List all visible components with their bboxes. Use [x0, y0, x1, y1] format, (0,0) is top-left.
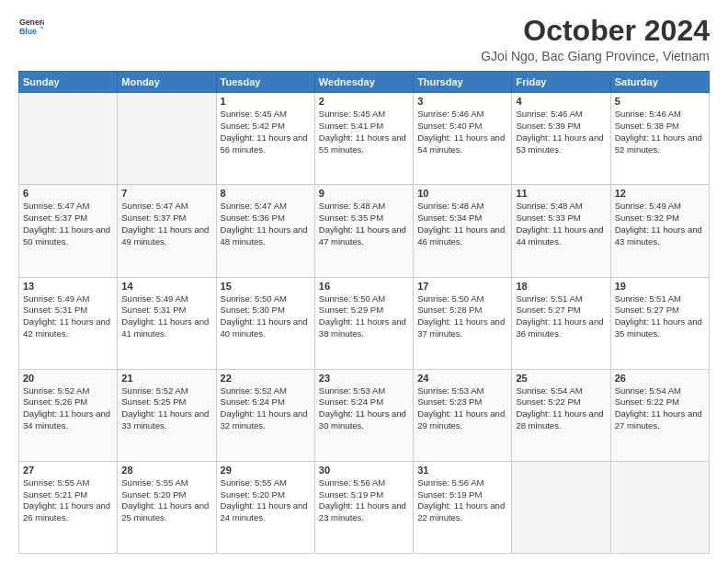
cell-info-line: Sunrise: 5:56 AM — [319, 477, 409, 489]
day-number: 26 — [615, 373, 705, 384]
cell-info-line: Sunset: 5:25 PM — [121, 396, 211, 408]
cell-info-line: Sunrise: 5:46 AM — [615, 109, 705, 121]
calendar-cell: 28Sunrise: 5:55 AMSunset: 5:20 PMDayligh… — [118, 461, 216, 553]
cell-info-line: Sunset: 5:19 PM — [319, 489, 409, 501]
calendar-cell: 29Sunrise: 5:55 AMSunset: 5:20 PMDayligh… — [216, 461, 314, 553]
day-number: 8 — [221, 188, 311, 199]
day-number: 3 — [417, 96, 507, 107]
calendar-cell: 31Sunrise: 5:56 AMSunset: 5:19 PMDayligh… — [414, 461, 512, 553]
day-of-week-header: Tuesday — [216, 72, 314, 93]
cell-info-line: Sunrise: 5:50 AM — [221, 293, 311, 305]
cell-info-line: Sunrise: 5:49 AM — [121, 293, 211, 305]
cell-info-line: Daylight: 11 hours and 29 minutes. — [417, 408, 507, 432]
cell-info-line: Sunrise: 5:53 AM — [319, 385, 409, 397]
calendar-week-row: 6Sunrise: 5:47 AMSunset: 5:37 PMDaylight… — [19, 185, 710, 277]
day-number: 12 — [615, 188, 705, 199]
logo: General Blue — [18, 15, 44, 40]
cell-info-line: Sunrise: 5:56 AM — [417, 477, 507, 489]
calendar-cell: 22Sunrise: 5:52 AMSunset: 5:24 PMDayligh… — [216, 369, 314, 461]
calendar-cell: 14Sunrise: 5:49 AMSunset: 5:31 PMDayligh… — [118, 277, 216, 369]
cell-info-line: Daylight: 11 hours and 32 minutes. — [221, 408, 311, 432]
day-number: 18 — [516, 281, 606, 292]
calendar-cell: 30Sunrise: 5:56 AMSunset: 5:19 PMDayligh… — [314, 461, 413, 553]
cell-info-line: Sunset: 5:24 PM — [221, 396, 311, 408]
day-number: 27 — [23, 465, 113, 476]
day-number: 14 — [121, 281, 211, 292]
day-of-week-header: Sunday — [19, 72, 118, 93]
calendar-cell: 2Sunrise: 5:45 AMSunset: 5:41 PMDaylight… — [314, 93, 413, 185]
cell-info-line: Daylight: 11 hours and 37 minutes. — [417, 316, 507, 340]
day-number: 28 — [121, 465, 211, 476]
cell-info-line: Sunset: 5:32 PM — [615, 213, 705, 224]
cell-info-line: Daylight: 11 hours and 44 minutes. — [516, 224, 606, 248]
cell-info-line: Daylight: 11 hours and 56 minutes. — [221, 132, 311, 156]
cell-info-line: Daylight: 11 hours and 38 minutes. — [319, 316, 409, 340]
cell-info-line: Sunset: 5:40 PM — [417, 121, 507, 132]
day-number: 30 — [319, 465, 409, 476]
cell-info-line: Sunrise: 5:47 AM — [121, 201, 211, 213]
cell-info-line: Daylight: 11 hours and 26 minutes. — [23, 500, 113, 524]
cell-info-line: Daylight: 11 hours and 30 minutes. — [319, 408, 409, 432]
calendar-cell: 6Sunrise: 5:47 AMSunset: 5:37 PMDaylight… — [19, 185, 118, 277]
calendar-cell: 27Sunrise: 5:55 AMSunset: 5:21 PMDayligh… — [19, 461, 118, 553]
day-number: 19 — [615, 281, 705, 292]
cell-info-line: Sunset: 5:20 PM — [121, 489, 211, 501]
cell-info-line: Sunset: 5:27 PM — [516, 304, 606, 316]
cell-info-line: Sunset: 5:26 PM — [23, 396, 113, 408]
cell-info-line: Sunrise: 5:50 AM — [319, 293, 409, 305]
day-number: 5 — [615, 96, 705, 107]
calendar-header-row: SundayMondayTuesdayWednesdayThursdayFrid… — [19, 72, 710, 93]
cell-info-line: Sunrise: 5:52 AM — [121, 385, 211, 397]
day-number: 6 — [23, 188, 113, 199]
calendar-cell: 18Sunrise: 5:51 AMSunset: 5:27 PMDayligh… — [512, 277, 610, 369]
cell-info-line: Sunset: 5:28 PM — [417, 304, 507, 316]
calendar-cell: 19Sunrise: 5:51 AMSunset: 5:27 PMDayligh… — [610, 277, 709, 369]
cell-info-line: Sunrise: 5:48 AM — [417, 201, 507, 213]
cell-info-line: Sunset: 5:39 PM — [516, 121, 606, 132]
cell-info-line: Daylight: 11 hours and 33 minutes. — [121, 408, 211, 432]
calendar-cell: 3Sunrise: 5:46 AMSunset: 5:40 PMDaylight… — [414, 93, 512, 185]
cell-info-line: Daylight: 11 hours and 48 minutes. — [221, 224, 311, 248]
day-of-week-header: Wednesday — [314, 72, 413, 93]
day-number: 10 — [417, 188, 507, 199]
cell-info-line: Daylight: 11 hours and 42 minutes. — [23, 316, 113, 340]
cell-info-line: Sunset: 5:27 PM — [615, 304, 705, 316]
calendar-cell: 23Sunrise: 5:53 AMSunset: 5:24 PMDayligh… — [314, 369, 413, 461]
day-of-week-header: Thursday — [414, 72, 512, 93]
cell-info-line: Daylight: 11 hours and 35 minutes. — [615, 316, 705, 340]
day-number: 15 — [221, 281, 311, 292]
day-of-week-header: Monday — [118, 72, 216, 93]
cell-info-line: Sunset: 5:42 PM — [221, 121, 311, 132]
calendar-cell — [610, 461, 709, 553]
cell-info-line: Daylight: 11 hours and 43 minutes. — [615, 224, 705, 248]
day-number: 16 — [319, 281, 409, 292]
cell-info-line: Sunrise: 5:51 AM — [516, 293, 606, 305]
cell-info-line: Daylight: 11 hours and 40 minutes. — [221, 316, 311, 340]
calendar-cell: 17Sunrise: 5:50 AMSunset: 5:28 PMDayligh… — [414, 277, 512, 369]
calendar-cell: 1Sunrise: 5:45 AMSunset: 5:42 PMDaylight… — [216, 93, 314, 185]
cell-info-line: Sunset: 5:41 PM — [319, 121, 409, 132]
cell-info-line: Sunset: 5:23 PM — [417, 396, 507, 408]
day-number: 2 — [319, 96, 409, 107]
day-number: 31 — [417, 465, 507, 476]
cell-info-line: Sunset: 5:19 PM — [417, 489, 507, 501]
cell-info-line: Sunset: 5:35 PM — [319, 213, 409, 224]
cell-info-line: Sunrise: 5:55 AM — [221, 477, 311, 489]
cell-info-line: Daylight: 11 hours and 41 minutes. — [121, 316, 211, 340]
calendar-cell: 5Sunrise: 5:46 AMSunset: 5:38 PMDaylight… — [610, 93, 709, 185]
cell-info-line: Sunset: 5:38 PM — [615, 121, 705, 132]
day-number: 23 — [319, 373, 409, 384]
cell-info-line: Sunrise: 5:49 AM — [23, 293, 113, 305]
cell-info-line: Sunset: 5:22 PM — [615, 396, 705, 408]
cell-info-line: Sunrise: 5:52 AM — [23, 385, 113, 397]
cell-info-line: Daylight: 11 hours and 54 minutes. — [417, 132, 507, 156]
cell-info-line: Sunset: 5:24 PM — [319, 396, 409, 408]
calendar-week-row: 27Sunrise: 5:55 AMSunset: 5:21 PMDayligh… — [19, 461, 710, 553]
cell-info-line: Daylight: 11 hours and 25 minutes. — [121, 500, 211, 524]
cell-info-line: Daylight: 11 hours and 55 minutes. — [319, 132, 409, 156]
cell-info-line: Daylight: 11 hours and 28 minutes. — [516, 408, 606, 432]
cell-info-line: Daylight: 11 hours and 34 minutes. — [23, 408, 113, 432]
calendar-cell: 12Sunrise: 5:49 AMSunset: 5:32 PMDayligh… — [610, 185, 709, 277]
cell-info-line: Sunrise: 5:45 AM — [319, 109, 409, 121]
day-number: 11 — [516, 188, 606, 199]
